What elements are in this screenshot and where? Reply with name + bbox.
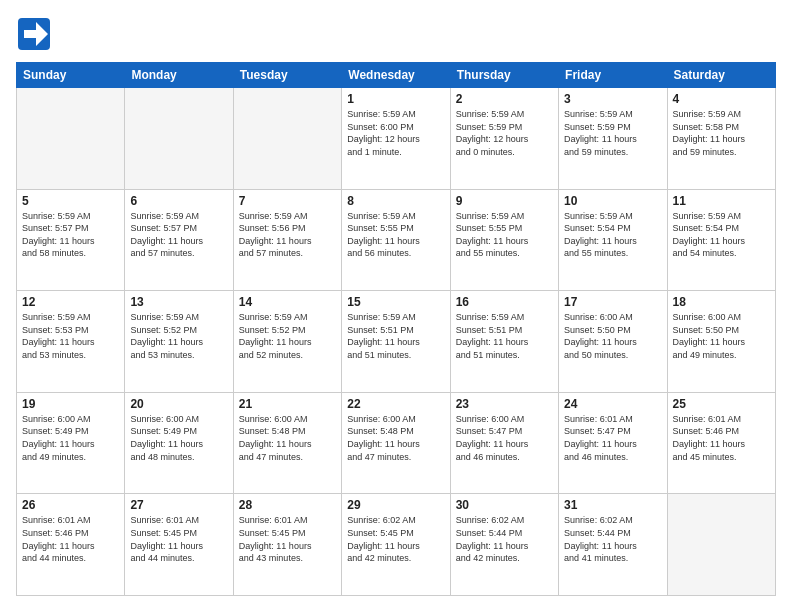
day-number: 31 xyxy=(564,498,661,512)
day-info: Sunrise: 5:59 AM Sunset: 5:58 PM Dayligh… xyxy=(673,108,770,158)
day-info: Sunrise: 5:59 AM Sunset: 5:55 PM Dayligh… xyxy=(347,210,444,260)
calendar-cell: 19Sunrise: 6:00 AM Sunset: 5:49 PM Dayli… xyxy=(17,392,125,494)
day-info: Sunrise: 6:00 AM Sunset: 5:47 PM Dayligh… xyxy=(456,413,553,463)
calendar-cell: 22Sunrise: 6:00 AM Sunset: 5:48 PM Dayli… xyxy=(342,392,450,494)
day-info: Sunrise: 6:00 AM Sunset: 5:48 PM Dayligh… xyxy=(347,413,444,463)
day-info: Sunrise: 5:59 AM Sunset: 5:59 PM Dayligh… xyxy=(456,108,553,158)
calendar-cell xyxy=(233,88,341,190)
day-number: 29 xyxy=(347,498,444,512)
day-number: 27 xyxy=(130,498,227,512)
calendar-week-3: 12Sunrise: 5:59 AM Sunset: 5:53 PM Dayli… xyxy=(17,291,776,393)
calendar-cell: 14Sunrise: 5:59 AM Sunset: 5:52 PM Dayli… xyxy=(233,291,341,393)
day-info: Sunrise: 5:59 AM Sunset: 5:59 PM Dayligh… xyxy=(564,108,661,158)
day-number: 1 xyxy=(347,92,444,106)
calendar-cell: 28Sunrise: 6:01 AM Sunset: 5:45 PM Dayli… xyxy=(233,494,341,596)
day-number: 2 xyxy=(456,92,553,106)
day-info: Sunrise: 6:02 AM Sunset: 5:44 PM Dayligh… xyxy=(456,514,553,564)
day-info: Sunrise: 5:59 AM Sunset: 5:56 PM Dayligh… xyxy=(239,210,336,260)
day-info: Sunrise: 6:00 AM Sunset: 5:48 PM Dayligh… xyxy=(239,413,336,463)
day-info: Sunrise: 6:01 AM Sunset: 5:46 PM Dayligh… xyxy=(673,413,770,463)
day-info: Sunrise: 5:59 AM Sunset: 5:52 PM Dayligh… xyxy=(239,311,336,361)
day-info: Sunrise: 5:59 AM Sunset: 6:00 PM Dayligh… xyxy=(347,108,444,158)
day-number: 25 xyxy=(673,397,770,411)
calendar-cell: 29Sunrise: 6:02 AM Sunset: 5:45 PM Dayli… xyxy=(342,494,450,596)
calendar-cell: 5Sunrise: 5:59 AM Sunset: 5:57 PM Daylig… xyxy=(17,189,125,291)
day-info: Sunrise: 5:59 AM Sunset: 5:57 PM Dayligh… xyxy=(130,210,227,260)
calendar-cell: 25Sunrise: 6:01 AM Sunset: 5:46 PM Dayli… xyxy=(667,392,775,494)
calendar-cell: 21Sunrise: 6:00 AM Sunset: 5:48 PM Dayli… xyxy=(233,392,341,494)
day-info: Sunrise: 6:02 AM Sunset: 5:44 PM Dayligh… xyxy=(564,514,661,564)
day-info: Sunrise: 5:59 AM Sunset: 5:55 PM Dayligh… xyxy=(456,210,553,260)
day-number: 8 xyxy=(347,194,444,208)
day-number: 22 xyxy=(347,397,444,411)
day-number: 13 xyxy=(130,295,227,309)
day-number: 11 xyxy=(673,194,770,208)
calendar-cell: 11Sunrise: 5:59 AM Sunset: 5:54 PM Dayli… xyxy=(667,189,775,291)
page: SundayMondayTuesdayWednesdayThursdayFrid… xyxy=(0,0,792,612)
day-number: 6 xyxy=(130,194,227,208)
day-number: 19 xyxy=(22,397,119,411)
weekday-header-saturday: Saturday xyxy=(667,63,775,88)
calendar-cell: 12Sunrise: 5:59 AM Sunset: 5:53 PM Dayli… xyxy=(17,291,125,393)
calendar-week-4: 19Sunrise: 6:00 AM Sunset: 5:49 PM Dayli… xyxy=(17,392,776,494)
day-number: 7 xyxy=(239,194,336,208)
weekday-header-sunday: Sunday xyxy=(17,63,125,88)
day-info: Sunrise: 6:00 AM Sunset: 5:49 PM Dayligh… xyxy=(22,413,119,463)
calendar-header: SundayMondayTuesdayWednesdayThursdayFrid… xyxy=(17,63,776,88)
day-number: 30 xyxy=(456,498,553,512)
calendar-cell xyxy=(125,88,233,190)
calendar-cell: 17Sunrise: 6:00 AM Sunset: 5:50 PM Dayli… xyxy=(559,291,667,393)
day-number: 12 xyxy=(22,295,119,309)
day-number: 9 xyxy=(456,194,553,208)
calendar-cell: 16Sunrise: 5:59 AM Sunset: 5:51 PM Dayli… xyxy=(450,291,558,393)
calendar-cell: 7Sunrise: 5:59 AM Sunset: 5:56 PM Daylig… xyxy=(233,189,341,291)
day-info: Sunrise: 5:59 AM Sunset: 5:52 PM Dayligh… xyxy=(130,311,227,361)
weekday-header-thursday: Thursday xyxy=(450,63,558,88)
calendar-cell: 26Sunrise: 6:01 AM Sunset: 5:46 PM Dayli… xyxy=(17,494,125,596)
calendar-cell xyxy=(667,494,775,596)
logo xyxy=(16,16,52,52)
calendar-cell: 31Sunrise: 6:02 AM Sunset: 5:44 PM Dayli… xyxy=(559,494,667,596)
day-number: 17 xyxy=(564,295,661,309)
calendar-cell: 20Sunrise: 6:00 AM Sunset: 5:49 PM Dayli… xyxy=(125,392,233,494)
calendar-cell: 15Sunrise: 5:59 AM Sunset: 5:51 PM Dayli… xyxy=(342,291,450,393)
weekday-header-row: SundayMondayTuesdayWednesdayThursdayFrid… xyxy=(17,63,776,88)
day-number: 26 xyxy=(22,498,119,512)
header xyxy=(16,16,776,52)
weekday-header-wednesday: Wednesday xyxy=(342,63,450,88)
day-number: 15 xyxy=(347,295,444,309)
day-number: 16 xyxy=(456,295,553,309)
day-number: 23 xyxy=(456,397,553,411)
logo-icon xyxy=(16,16,52,52)
day-info: Sunrise: 6:00 AM Sunset: 5:50 PM Dayligh… xyxy=(564,311,661,361)
day-info: Sunrise: 5:59 AM Sunset: 5:57 PM Dayligh… xyxy=(22,210,119,260)
calendar-cell xyxy=(17,88,125,190)
day-info: Sunrise: 6:00 AM Sunset: 5:49 PM Dayligh… xyxy=(130,413,227,463)
day-info: Sunrise: 5:59 AM Sunset: 5:53 PM Dayligh… xyxy=(22,311,119,361)
day-number: 14 xyxy=(239,295,336,309)
calendar-cell: 9Sunrise: 5:59 AM Sunset: 5:55 PM Daylig… xyxy=(450,189,558,291)
calendar-cell: 30Sunrise: 6:02 AM Sunset: 5:44 PM Dayli… xyxy=(450,494,558,596)
calendar-week-2: 5Sunrise: 5:59 AM Sunset: 5:57 PM Daylig… xyxy=(17,189,776,291)
day-info: Sunrise: 6:01 AM Sunset: 5:45 PM Dayligh… xyxy=(130,514,227,564)
weekday-header-monday: Monday xyxy=(125,63,233,88)
day-number: 18 xyxy=(673,295,770,309)
calendar-cell: 3Sunrise: 5:59 AM Sunset: 5:59 PM Daylig… xyxy=(559,88,667,190)
day-info: Sunrise: 6:00 AM Sunset: 5:50 PM Dayligh… xyxy=(673,311,770,361)
calendar-cell: 6Sunrise: 5:59 AM Sunset: 5:57 PM Daylig… xyxy=(125,189,233,291)
calendar-cell: 8Sunrise: 5:59 AM Sunset: 5:55 PM Daylig… xyxy=(342,189,450,291)
day-info: Sunrise: 6:01 AM Sunset: 5:47 PM Dayligh… xyxy=(564,413,661,463)
calendar-cell: 18Sunrise: 6:00 AM Sunset: 5:50 PM Dayli… xyxy=(667,291,775,393)
day-info: Sunrise: 5:59 AM Sunset: 5:51 PM Dayligh… xyxy=(347,311,444,361)
day-number: 24 xyxy=(564,397,661,411)
day-info: Sunrise: 6:01 AM Sunset: 5:46 PM Dayligh… xyxy=(22,514,119,564)
calendar-week-5: 26Sunrise: 6:01 AM Sunset: 5:46 PM Dayli… xyxy=(17,494,776,596)
calendar-table: SundayMondayTuesdayWednesdayThursdayFrid… xyxy=(16,62,776,596)
calendar-cell: 4Sunrise: 5:59 AM Sunset: 5:58 PM Daylig… xyxy=(667,88,775,190)
day-number: 5 xyxy=(22,194,119,208)
calendar-body: 1Sunrise: 5:59 AM Sunset: 6:00 PM Daylig… xyxy=(17,88,776,596)
day-info: Sunrise: 5:59 AM Sunset: 5:54 PM Dayligh… xyxy=(673,210,770,260)
calendar-cell: 10Sunrise: 5:59 AM Sunset: 5:54 PM Dayli… xyxy=(559,189,667,291)
weekday-header-friday: Friday xyxy=(559,63,667,88)
calendar-cell: 27Sunrise: 6:01 AM Sunset: 5:45 PM Dayli… xyxy=(125,494,233,596)
